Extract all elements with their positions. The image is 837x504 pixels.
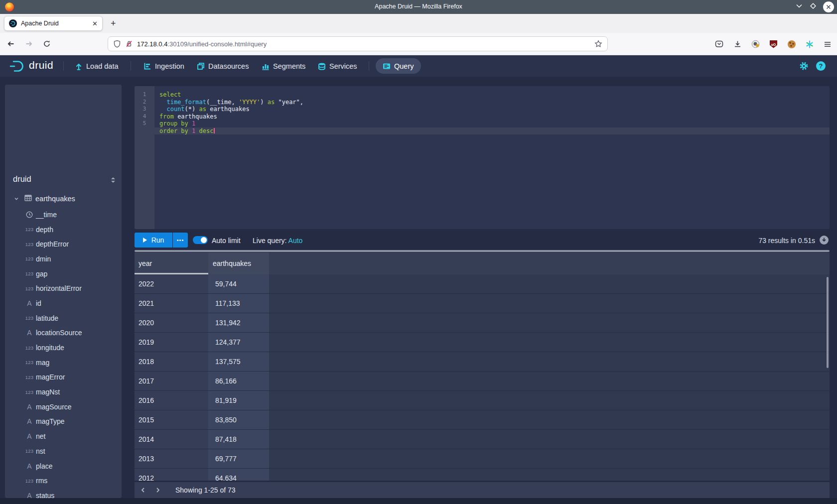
sidebar-column-item[interactable]: clock __time [5,207,122,222]
run-button[interactable]: Run [135,233,172,248]
ublock-icon[interactable]: uO [769,40,778,48]
sidebar-column-item[interactable]: 123 mag [5,355,122,370]
sidebar-table-earthquakes[interactable]: earthquakes [5,193,122,205]
auto-limit-toggle[interactable] [193,236,208,244]
cell-year[interactable]: 2020 [135,313,208,332]
cell-earthquakes[interactable]: 83,850 [208,410,269,429]
table-row[interactable]: 2021 117,133 [135,294,830,313]
sidebar-column-item[interactable]: 123 gap [5,266,122,281]
window-titlebar[interactable]: Apache Druid — Mozilla Firefox [0,0,837,14]
live-query-value[interactable]: Auto [288,237,303,245]
run-more-button[interactable]: ••• [173,233,188,248]
schema-name: druid [13,174,31,184]
nav-item-services[interactable]: Services [318,55,357,77]
sidebar-column-item[interactable]: A magType [5,414,122,429]
close-window-icon[interactable] [823,1,834,12]
cell-earthquakes[interactable]: 69,777 [208,449,269,468]
browser-tab[interactable]: Apache Druid ✕ [4,16,103,31]
cell-year[interactable]: 2016 [135,391,208,410]
cell-year[interactable]: 2013 [135,449,208,468]
menu-hamburger-icon[interactable] [823,40,832,48]
cell-year[interactable]: 2014 [135,430,208,449]
sidebar-column-item[interactable]: 123 horizontalError [5,281,122,296]
sidebar-column-item[interactable]: 123 latitude [5,311,122,326]
sidebar-column-item[interactable]: 123 depth [5,222,122,237]
pocket-icon[interactable] [715,40,723,48]
sidebar-column-item[interactable]: A magSource [5,399,122,414]
cell-earthquakes[interactable]: 59,744 [208,274,269,293]
sidebar-column-item[interactable]: 123 magNst [5,384,122,399]
minimize-icon[interactable] [795,2,803,12]
forward-icon[interactable] [25,40,33,48]
cell-earthquakes[interactable]: 64,634 [208,469,269,481]
table-row[interactable]: 2013 69,777 [135,449,830,469]
prev-page-icon[interactable] [140,487,146,494]
table-row[interactable]: 2022 59,744 [135,274,830,294]
table-row[interactable]: 2019 124,377 [135,333,830,352]
sidebar-column-item[interactable]: A locationSource [5,326,122,341]
cell-year[interactable]: 2012 [135,469,208,481]
cookie-extension-icon[interactable] [787,40,796,48]
sidebar-column-item[interactable]: A place [5,459,122,474]
druid-logo-icon[interactable] [9,60,27,75]
settings-gear-icon[interactable] [799,61,809,73]
cell-year[interactable]: 2018 [135,352,208,371]
cell-earthquakes[interactable]: 124,377 [208,333,269,352]
cell-year[interactable]: 2015 [135,410,208,429]
bookmark-star-icon[interactable] [594,40,602,48]
nav-item-segments[interactable]: Segments [262,55,305,77]
table-row[interactable]: 2017 86,166 [135,372,830,391]
nav-item-datasources[interactable]: Datasources [197,55,249,77]
table-row[interactable]: 2016 81,919 [135,391,830,410]
sidebar-column-item[interactable]: 123 rms [5,473,122,488]
sql-editor[interactable]: 123456 select time_format(__time, 'YYYY'… [135,86,830,229]
vertical-scrollbar[interactable] [827,277,829,368]
extension-asterisk-icon[interactable] [805,40,814,48]
cell-earthquakes[interactable]: 137,575 [208,352,269,371]
reload-icon[interactable] [43,40,51,48]
nav-item-ingestion[interactable]: Ingestion [143,55,184,77]
cell-year[interactable]: 2017 [135,372,208,390]
cell-earthquakes[interactable]: 117,133 [208,294,269,313]
help-icon[interactable]: ? [816,61,826,71]
sort-double-caret-icon[interactable] [111,176,116,185]
table-row[interactable]: 2018 137,575 [135,352,830,372]
column-header-earthquakes[interactable]: earthquakes [208,252,269,274]
new-tab-button[interactable]: + [111,18,116,29]
horizontal-scrollbar[interactable] [135,250,830,252]
cell-year[interactable]: 2022 [135,274,208,293]
download-results-icon[interactable] [820,236,829,245]
nav-item-load-data[interactable]: Load data [75,55,119,77]
table-row[interactable]: 2012 64,634 [135,469,830,481]
sidebar-column-item[interactable]: 123 nst [5,444,122,459]
column-header-year[interactable]: year [135,252,208,274]
cell-earthquakes[interactable]: 81,919 [208,391,269,410]
extension-account-icon[interactable] [751,40,760,48]
url-bar[interactable]: 172.18.0.4:30109/unified-console.html#qu… [108,36,608,51]
cell-earthquakes[interactable]: 86,166 [208,372,269,390]
table-row[interactable]: 2020 131,942 [135,313,830,333]
insecure-lock-icon[interactable] [125,40,133,48]
table-row[interactable]: 2015 83,850 [135,410,830,430]
sidebar-column-item[interactable]: A net [5,429,122,444]
cell-year[interactable]: 2021 [135,294,208,313]
sidebar-column-item[interactable]: 123 depthError [5,237,122,252]
table-row[interactable]: 2014 87,418 [135,430,830,449]
cell-year[interactable]: 2019 [135,333,208,352]
sidebar-column-item[interactable]: 123 longitude [5,340,122,355]
sidebar-column-item[interactable]: 123 dmin [5,252,122,266]
nav-item-query-active[interactable]: Query [376,58,421,74]
maximize-icon[interactable] [809,2,817,12]
tab-close-icon[interactable]: ✕ [92,20,98,27]
sidebar-column-item[interactable]: 123 magError [5,370,122,385]
chevron-down-icon[interactable] [14,194,19,203]
druid-wordmark[interactable]: druid [29,59,53,71]
cell-earthquakes[interactable]: 131,942 [208,313,269,332]
cell-earthquakes[interactable]: 87,418 [208,430,269,449]
back-icon[interactable] [7,40,15,48]
editor-code[interactable]: select time_format(__time, 'YYYY') as "y… [154,91,830,134]
next-page-icon[interactable] [154,487,161,494]
tracking-shield-icon[interactable] [113,40,121,48]
sidebar-column-item[interactable]: A id [5,296,122,311]
downloads-icon[interactable] [733,40,742,48]
